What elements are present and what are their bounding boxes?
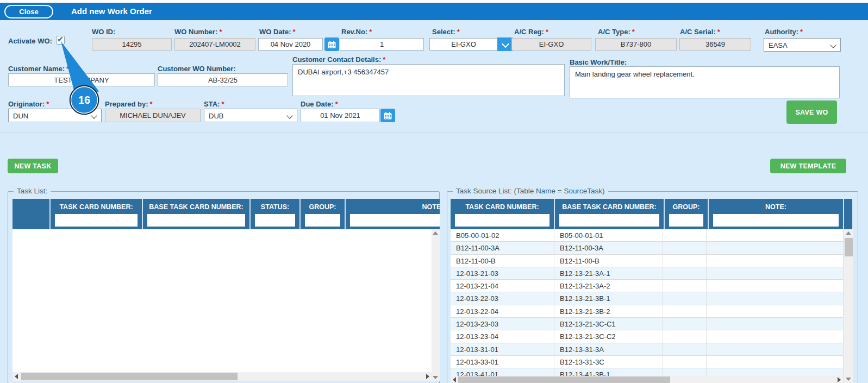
table-row[interactable]: 12-013-22-04B12-13-21-3B-2 (451, 305, 843, 318)
group-filter-input[interactable] (305, 214, 340, 227)
customer-name-label: Customer Name:* (8, 65, 69, 73)
scroll-right-arrow[interactable] (426, 374, 429, 379)
header-col-base-task-card: BASE TASK CARD NUMBER: (555, 199, 664, 229)
source-group-filter-input[interactable] (669, 214, 703, 227)
table-row[interactable]: 12-013-41-01B12-13-41-3B-1 (451, 368, 843, 376)
table-row[interactable]: 12-013-22-03B12-13-21-3B-1 (451, 292, 843, 305)
scroll-up-arrow[interactable] (846, 231, 851, 235)
scroll-left-arrow[interactable] (15, 374, 18, 379)
cell-base-task-card: B05-00-01-01 (554, 229, 663, 241)
vscroll-thumb[interactable] (845, 238, 853, 256)
table-row[interactable]: 12-013-33-01B12-13-31-3C (451, 356, 843, 368)
base-task-card-filter-input[interactable] (147, 214, 245, 227)
sta-label: STA:* (204, 100, 224, 108)
cell-task-card: B12-11-00-B (451, 255, 554, 267)
due-date-input[interactable] (301, 109, 380, 122)
activate-wo-label: Activate WO: (8, 37, 52, 45)
authority-select[interactable]: EASA (764, 38, 841, 52)
task-source-list-fieldset: Task Source List: (Table Name = SourceTa… (447, 191, 858, 383)
table-row[interactable]: 12-013-21-03B12-13-21-3A-1 (451, 267, 843, 280)
wo-id-input[interactable] (92, 38, 172, 51)
header-col-task-card: TASK CARD NUMBER: (51, 199, 142, 229)
header-col-base-task-card: BASE TASK CARD NUMBER: (143, 199, 249, 229)
wo-date-calendar-button[interactable] (324, 37, 339, 51)
prepared-by-input[interactable] (105, 109, 201, 122)
cell-base-task-card: B12-13-21-3B-1 (554, 292, 663, 304)
task-list-hscrollbar (13, 372, 432, 381)
ac-type-label: A/C Type:* (598, 28, 635, 36)
cell-group (663, 292, 707, 304)
cell-group (663, 368, 707, 376)
cell-note (707, 330, 843, 342)
status-filter-input[interactable] (255, 214, 295, 227)
source-note-filter-input[interactable] (713, 214, 839, 227)
header-col-group: GROUP: (665, 199, 708, 229)
rev-no-input[interactable] (340, 38, 424, 51)
task-source-list-legend: Task Source List: (Table Name = SourceTa… (453, 187, 608, 195)
prepared-by-label: Prepared by:* (105, 100, 153, 108)
table-row[interactable]: B12-11-00-BB12-11-00-B (451, 255, 843, 267)
scroll-up-arrow[interactable] (433, 231, 438, 235)
header-col-scroll-filler (844, 199, 852, 229)
task-list-fieldset: Task List: TASK CARD NUMBER: BASE TASK C… (8, 191, 440, 383)
note-filter-input[interactable] (350, 214, 440, 227)
originator-select[interactable]: DUN (8, 109, 102, 122)
cell-task-card: 12-013-23-03 (451, 318, 554, 330)
table-row[interactable]: 12-013-21-04B12-13-21-3A-2 (451, 280, 843, 292)
originator-label: Originator:* (8, 100, 49, 108)
hscroll-thumb[interactable] (458, 376, 670, 383)
save-wo-button[interactable]: SAVE WO (786, 101, 837, 124)
new-task-button[interactable]: NEW TASK (8, 159, 58, 173)
title-bar: Close Add new Work Order (0, 3, 868, 20)
select-aircraft-input[interactable] (429, 38, 498, 51)
cell-group (663, 356, 707, 368)
calendar-icon (384, 112, 392, 120)
scroll-down-arrow[interactable] (433, 376, 438, 379)
task-card-filter-input[interactable] (55, 214, 138, 227)
scroll-left-arrow[interactable] (453, 377, 456, 382)
sta-select[interactable]: DUB (204, 109, 297, 122)
hscroll-thumb[interactable] (21, 373, 238, 380)
new-template-button[interactable]: NEW TEMPLATE (770, 159, 846, 173)
cell-note (707, 305, 843, 317)
table-row[interactable]: B05-00-01-02B05-00-01-01 (451, 229, 843, 242)
source-task-card-filter-input[interactable] (455, 214, 549, 227)
customer-name-input[interactable] (8, 73, 155, 86)
customer-contact-textarea[interactable]: DUBAI airport,+3 456347457 (292, 64, 565, 96)
cell-note (707, 368, 843, 376)
header-col-note: NOTE: (346, 199, 440, 229)
basic-work-title-label: Basic Work/Title: (570, 58, 627, 66)
ac-type-input[interactable] (595, 38, 677, 51)
ac-reg-input[interactable] (511, 38, 591, 51)
ac-serial-input[interactable] (679, 38, 751, 51)
customer-contact-label: Customer Contact Details:* (292, 55, 385, 64)
select-aircraft-label: Select:* (432, 28, 460, 36)
due-date-label: Due Date:* (301, 100, 338, 108)
authority-label: Authority:* (765, 28, 803, 36)
close-button[interactable]: Close (4, 5, 53, 18)
table-row[interactable]: B12-11-00-3AB12-11-00-3A (451, 242, 843, 254)
basic-work-title-textarea[interactable]: Main landing gear wheel replacement. (570, 66, 840, 98)
cell-group (663, 343, 707, 355)
cell-group (663, 280, 707, 292)
customer-wo-number-input[interactable] (158, 73, 288, 86)
task-list-body (13, 229, 432, 372)
scroll-down-arrow[interactable] (846, 378, 851, 381)
task-source-hscrollbar (451, 376, 843, 383)
cell-base-task-card: B12-13-21-3A-2 (554, 280, 663, 292)
cell-group (663, 305, 707, 317)
cell-note (707, 255, 843, 267)
cell-task-card: 12-013-23-04 (451, 330, 554, 342)
cell-group (663, 318, 707, 330)
cell-task-card: 12-013-31-01 (451, 343, 554, 355)
source-base-task-card-filter-input[interactable] (559, 214, 659, 227)
scroll-right-arrow[interactable] (838, 377, 841, 382)
table-row[interactable]: 12-013-23-03B12-13-21-3C-C1 (451, 318, 843, 330)
wo-date-input[interactable] (258, 38, 323, 51)
table-row[interactable]: 12-013-31-01B12-13-31-3A (451, 343, 843, 356)
cell-note (707, 229, 843, 241)
wo-number-input[interactable] (174, 38, 255, 51)
due-date-calendar-button[interactable] (380, 109, 395, 122)
table-row[interactable]: 12-013-23-04B12-13-21-3C-C2 (451, 330, 843, 343)
activate-wo-checkbox[interactable] (56, 36, 65, 45)
